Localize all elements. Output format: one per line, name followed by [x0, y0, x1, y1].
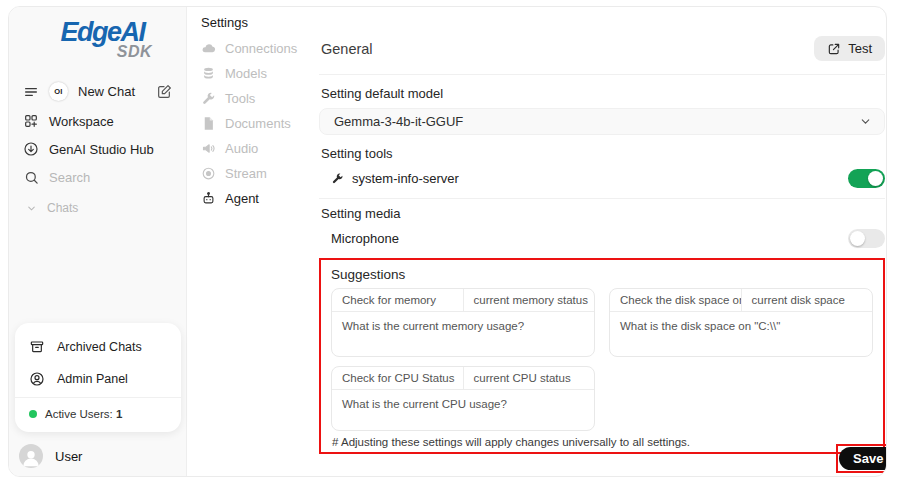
panel-header: General Test: [319, 36, 885, 61]
microphone-label: Microphone: [331, 231, 399, 246]
divider: [319, 74, 885, 75]
stream-label: Stream: [225, 166, 267, 181]
chats-label: Chats: [47, 201, 78, 215]
suggestion-title-input[interactable]: Check for memory: [332, 289, 464, 311]
suggestions-title: Suggestions: [331, 264, 873, 282]
suggestion-content-input[interactable]: What is the current memory usage?: [332, 312, 594, 356]
wrench-icon: [201, 91, 216, 106]
chevron-down-icon: [25, 202, 37, 214]
test-button[interactable]: Test: [814, 36, 885, 61]
suggestion-title-input[interactable]: Check the disk space on "C:\\: [610, 289, 742, 311]
settings-nav-agent[interactable]: Agent: [201, 186, 316, 211]
suggestion-card-cpu: Check for CPU Status current CPU status …: [331, 366, 595, 431]
suggestion-subtitle-input[interactable]: current disk space: [742, 289, 873, 311]
camera-lens-icon: [201, 166, 216, 181]
toggle-knob: [850, 231, 865, 246]
chevron-down-icon: [859, 115, 872, 128]
suggestion-content-input[interactable]: What is the disk space on "C:\\": [610, 312, 872, 356]
search-placeholder: Search: [49, 170, 90, 185]
empty-grid-cell: [609, 366, 873, 431]
sidebar-item-new-chat[interactable]: OI New Chat: [9, 76, 186, 107]
microphone-toggle[interactable]: [848, 229, 885, 248]
sidebar: EdgeAI SDK OI New Chat: [9, 7, 187, 476]
tool-name: system-info-server: [331, 171, 459, 186]
cloud-icon: [201, 41, 216, 56]
save-button[interactable]: Save: [839, 447, 887, 470]
page-title: General: [321, 41, 373, 57]
archive-icon: [29, 339, 45, 355]
search-icon: [23, 169, 39, 185]
user-avatar: [19, 444, 43, 468]
settings-nav: Settings Connections Models Tools: [201, 7, 316, 211]
suggestion-content-input[interactable]: What is the current CPU usage?: [332, 390, 594, 430]
settings-nav-documents[interactable]: Documents: [201, 111, 316, 136]
documents-label: Documents: [225, 116, 291, 131]
settings-nav-models[interactable]: Models: [201, 61, 316, 86]
suggestions-footnote: # Adjusting these settings will apply ch…: [331, 436, 873, 448]
speaker-icon: [201, 141, 216, 156]
connections-label: Connections: [225, 41, 297, 56]
default-model-label: Setting default model: [319, 86, 885, 101]
settings-nav-stream[interactable]: Stream: [201, 161, 316, 186]
suggestion-subtitle-input[interactable]: current memory status: [464, 289, 595, 311]
sidebar-nav: OI New Chat Workspace GenAI S: [9, 76, 186, 221]
app-window: EdgeAI SDK OI New Chat: [0, 0, 900, 481]
microphone-name: Microphone: [331, 231, 399, 246]
suggestion-card-memory: Check for memory current memory status W…: [331, 288, 595, 357]
tool-row: system-info-server: [319, 169, 885, 188]
wrench-icon: [331, 172, 344, 185]
robot-icon: [201, 191, 216, 206]
workspace-icon: [23, 113, 39, 129]
suggestion-subtitle-input[interactable]: current CPU status: [464, 367, 595, 389]
user-menu[interactable]: User: [19, 444, 82, 468]
audio-label: Audio: [225, 141, 258, 156]
arrow-down-circle-icon: [23, 141, 39, 157]
admin-user-icon: [29, 371, 45, 387]
default-model-select[interactable]: Gemma-3-4b-it-GGUF: [319, 108, 885, 135]
user-name: User: [55, 449, 82, 464]
settings-nav-connections[interactable]: Connections: [201, 36, 316, 61]
external-link-icon: [827, 42, 841, 56]
agent-label: Agent: [225, 191, 259, 206]
settings-nav-title: Settings: [201, 7, 316, 36]
tool-name-label: system-info-server: [352, 171, 459, 186]
new-chat-label[interactable]: New Chat: [78, 84, 146, 99]
suggestion-card-header: Check the disk space on "C:\\ current di…: [610, 289, 872, 312]
suggestion-title-input[interactable]: Check for CPU Status: [332, 367, 464, 389]
test-button-label: Test: [848, 41, 872, 56]
setting-tools-label: Setting tools: [319, 146, 885, 161]
sidebar-footer-card: Archived Chats Admin Panel Active Users:…: [15, 323, 181, 432]
genai-studio-hub-label: GenAI Studio Hub: [49, 142, 154, 157]
database-icon: [201, 66, 216, 81]
admin-panel-label: Admin Panel: [57, 372, 128, 386]
sidebar-section-chats[interactable]: Chats: [9, 191, 186, 221]
divider: [319, 198, 885, 199]
sidebar-item-search[interactable]: Search: [9, 163, 186, 191]
save-highlight: Save: [836, 444, 887, 473]
sidebar-item-genai-studio-hub[interactable]: GenAI Studio Hub: [9, 135, 186, 163]
settings-nav-audio[interactable]: Audio: [201, 136, 316, 161]
settings-panel: General Test Setting default model Gemma…: [319, 7, 885, 454]
models-label: Models: [225, 66, 267, 81]
tools-label: Tools: [225, 91, 255, 106]
oi-badge: OI: [49, 82, 68, 101]
tool-toggle[interactable]: [848, 169, 885, 188]
sidebar-item-workspace[interactable]: Workspace: [9, 107, 186, 135]
suggestions-section: Suggestions Check for memory current mem…: [319, 258, 885, 454]
archived-chats-item[interactable]: Archived Chats: [15, 331, 181, 363]
logo-primary: EdgeAI: [37, 19, 168, 46]
archived-chats-label: Archived Chats: [57, 340, 142, 354]
workspace-label: Workspace: [49, 114, 114, 129]
active-users-count: 1: [116, 408, 122, 420]
app-frame: EdgeAI SDK OI New Chat: [8, 6, 887, 477]
menu-icon[interactable]: [23, 84, 39, 100]
settings-nav-tools[interactable]: Tools: [201, 86, 316, 111]
suggestion-card-header: Check for memory current memory status: [332, 289, 594, 312]
microphone-row: Microphone: [319, 229, 885, 248]
suggestion-card-header: Check for CPU Status current CPU status: [332, 367, 594, 390]
document-icon: [201, 116, 216, 131]
admin-panel-item[interactable]: Admin Panel: [15, 363, 181, 395]
edit-icon[interactable]: [156, 84, 172, 100]
app-logo: EdgeAI SDK: [9, 7, 186, 64]
active-users-text: Active Users: 1: [45, 408, 122, 420]
